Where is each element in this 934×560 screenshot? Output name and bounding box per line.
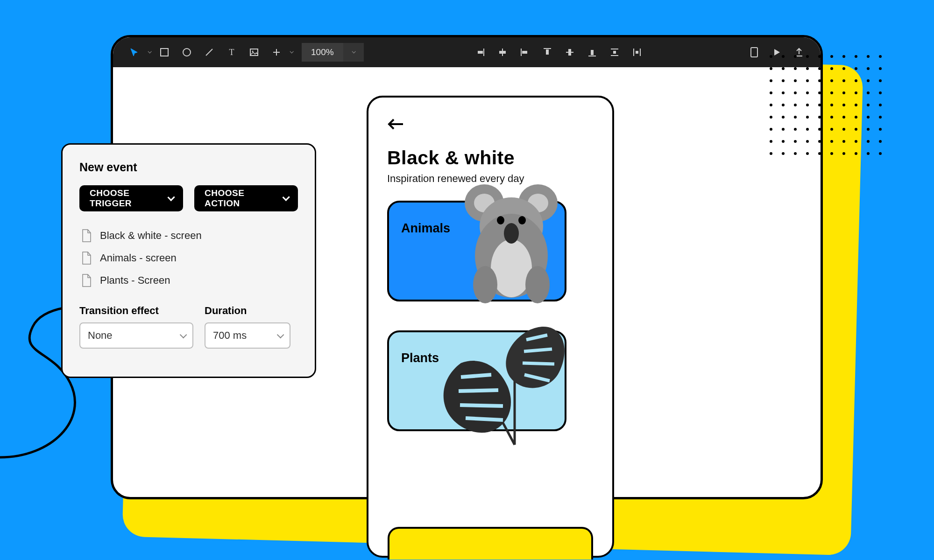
device-preview-button[interactable] [745,43,764,62]
panel-title: New event [79,161,298,174]
svg-rect-14 [522,51,527,54]
screen-item-label: Plants - Screen [100,274,170,287]
choose-action-button[interactable]: CHOOSE ACTION [194,185,298,211]
svg-rect-10 [478,51,483,54]
duration-field: Duration 700 ms [205,305,290,349]
select-tool-dropdown-icon[interactable] [148,49,151,53]
svg-rect-18 [568,49,571,56]
image-tool-button[interactable] [245,43,263,62]
svg-marker-0 [131,49,137,56]
svg-line-3 [206,49,212,56]
event-panel: New event CHOOSE TRIGGER CHOOSE ACTION B… [61,143,316,378]
distribute-h-button[interactable] [628,43,646,62]
align-center-v-button[interactable] [560,43,579,62]
zoom-control[interactable]: 100% [302,43,364,62]
svg-point-42 [473,266,497,303]
card-label: Animals [401,221,450,236]
zoom-value[interactable]: 100% [302,43,343,62]
chevron-down-icon [180,331,187,338]
svg-point-43 [525,266,550,303]
chevron-down-icon [168,194,175,201]
screen-list: Black & white - screen Animals - screen … [79,224,298,292]
svg-rect-12 [499,51,506,54]
rectangle-tool-button[interactable] [155,43,174,62]
transition-select[interactable]: None [79,322,193,349]
screen-item-label: Black & white - screen [100,230,202,242]
svg-rect-16 [546,49,549,55]
svg-rect-23 [613,51,616,54]
transition-value: None [88,329,113,342]
svg-point-39 [497,216,504,224]
transition-field: Transition effect None [79,305,193,349]
card-plants[interactable]: Plants [387,330,566,431]
select-tool-button[interactable] [125,43,144,62]
top-toolbar: T 100% [113,37,821,67]
chevron-down-icon [352,49,355,53]
svg-rect-20 [591,50,594,55]
chevron-down-icon [277,331,284,338]
decorative-dot-grid [770,55,883,156]
line-tool-button[interactable] [200,43,219,62]
duration-select[interactable]: 700 ms [205,322,290,349]
phone-preview: Black & white Inspiration renewed every … [367,96,614,558]
align-right-button[interactable] [471,43,489,62]
back-button[interactable] [387,117,594,133]
distribute-v-button[interactable] [605,43,624,62]
svg-marker-28 [774,49,780,56]
phone-bottom-bar [388,527,593,560]
zoom-dropdown-button[interactable] [343,43,364,62]
svg-rect-27 [751,48,757,57]
text-tool-button[interactable]: T [222,43,241,62]
file-icon [81,252,92,265]
svg-rect-26 [636,51,638,54]
transition-label: Transition effect [79,305,193,317]
button-label: CHOOSE TRIGGER [90,188,161,209]
screen-item-animals[interactable]: Animals - screen [79,247,298,269]
svg-rect-5 [250,49,258,56]
screen-title: Black & white [387,147,594,169]
ellipse-tool-button[interactable] [177,43,196,62]
koala-image [456,177,573,301]
align-center-h-button[interactable] [493,43,512,62]
choose-trigger-button[interactable]: CHOOSE TRIGGER [79,185,183,211]
monstera-image [433,312,573,431]
screen-item-black-white[interactable]: Black & white - screen [79,224,298,247]
align-top-button[interactable] [538,43,557,62]
file-icon [81,229,92,242]
align-bottom-button[interactable] [583,43,601,62]
svg-text:T: T [229,48,234,57]
file-icon [81,274,92,287]
add-tool-dropdown-icon[interactable] [290,49,293,53]
duration-label: Duration [205,305,290,317]
screen-item-label: Animals - screen [100,252,177,264]
svg-point-41 [504,223,519,244]
align-left-button[interactable] [516,43,534,62]
svg-point-2 [183,49,191,56]
card-animals[interactable]: Animals [387,201,566,301]
button-label: CHOOSE ACTION [205,188,276,209]
add-tool-button[interactable] [267,43,286,62]
chevron-down-icon [282,194,290,201]
svg-rect-1 [161,49,168,56]
svg-point-40 [518,216,526,224]
duration-value: 700 ms [213,329,247,342]
screen-item-plants[interactable]: Plants - Screen [79,269,298,292]
